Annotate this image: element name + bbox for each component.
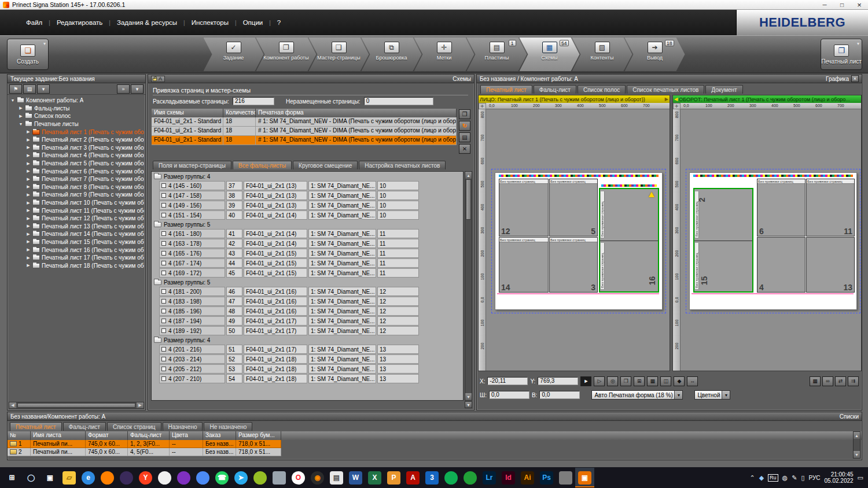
column-header[interactable]: Печатная форма xyxy=(256,109,457,117)
group-header-2[interactable]: Размер группы: 5 xyxy=(152,220,463,229)
scrollbar-handle[interactable] xyxy=(466,179,471,220)
sheet-list-row-2[interactable]: 2Печатный пи...745,0 x 60...4, 5(F0...--… xyxy=(8,448,862,456)
scroll-down-button[interactable] xyxy=(854,451,860,458)
menu-item-6[interactable]: ? xyxy=(271,17,287,28)
menu-item-5[interactable]: Опции xyxy=(237,17,270,28)
expand-arrow-icon[interactable] xyxy=(26,161,31,166)
file-explorer-icon[interactable]: ▱ xyxy=(60,468,79,487)
tree-item-print-sheet-1[interactable]: Печатный лист 1 (Печать с чужим оборотом… xyxy=(9,128,144,136)
expand-arrow-icon[interactable] xyxy=(19,122,23,126)
workflow-step-4[interactable]: ⧉Брошюровка xyxy=(362,38,422,71)
foldsheet-row[interactable]: 4 (167 - 174)44F04-01_ui_2x1 (15)1: SM 7… xyxy=(159,258,462,268)
next-sheet-button[interactable] xyxy=(848,376,859,386)
maximize-button[interactable] xyxy=(833,0,851,9)
app-gray-icon[interactable] xyxy=(270,468,289,487)
y-coordinate-field[interactable]: 769,3 xyxy=(538,377,578,385)
expand-arrow-icon[interactable] xyxy=(26,138,31,142)
graphics-tab-5[interactable]: Документ xyxy=(705,85,742,94)
foldsheet-row[interactable]: 4 (147 - 158)38F04-01_ui_2x1 (13)1: SM 7… xyxy=(159,191,462,200)
tree-item-work-component[interactable]: Компонент работы: А xyxy=(9,97,144,105)
checkbox[interactable] xyxy=(161,183,166,188)
ruler-origin-button[interactable] xyxy=(673,103,681,109)
expand-arrow-icon[interactable] xyxy=(26,232,31,236)
height-field[interactable]: 0,0 xyxy=(539,391,580,399)
print-button[interactable] xyxy=(23,84,36,94)
create-button[interactable]: Создать xyxy=(7,39,49,70)
indesign-icon[interactable]: Id xyxy=(499,468,518,487)
tray-app-icon[interactable] xyxy=(782,474,788,482)
close-button[interactable] xyxy=(851,0,868,9)
checkbox[interactable] xyxy=(161,213,166,217)
app-blue-icon[interactable]: 3 xyxy=(422,468,442,487)
close-panel-button[interactable] xyxy=(851,75,859,82)
vertical-scrollbar[interactable] xyxy=(853,431,860,459)
ruler-origin-button[interactable] xyxy=(479,103,486,109)
foldsheet-row[interactable]: 4 (149 - 156)39F04-01_ui_2x1 (13)1: SM 7… xyxy=(159,201,462,210)
whatsapp-icon[interactable]: ☎ xyxy=(212,468,231,487)
checkbox[interactable] xyxy=(161,203,166,208)
dropdown-arrow-icon[interactable] xyxy=(722,391,730,399)
menu-item-2[interactable]: Редактировать xyxy=(50,17,109,28)
page-slot[interactable]: Без привязки страниц 12 xyxy=(499,179,549,236)
back-sheet-header[interactable]: ОБОРОТ: Печатный лист 1 (Печать с чужим … xyxy=(673,95,861,103)
fast-forward-button[interactable] xyxy=(117,84,130,94)
front-sheet-header[interactable]: ЛИЦО: Печатный лист 1 (Печать с чужим об… xyxy=(479,95,670,103)
graphics-tab-1[interactable]: Печатный лист xyxy=(480,85,532,94)
app-green-icon[interactable] xyxy=(461,468,480,487)
foldsheet-row[interactable]: 4 (203 - 214)52F04-01_ui_2x1 (18)1: SM 7… xyxy=(159,354,462,364)
scheme-row-1[interactable]: F04-01_ui_2x1 - Standard18# 1: SM 74_Dia… xyxy=(152,117,457,127)
page-slot[interactable]: Без привязки страниц 14 xyxy=(499,237,549,293)
menu-item-4[interactable]: Инспекторы xyxy=(185,17,235,28)
tree-item-foldsheets[interactable]: Фальц-листы xyxy=(9,105,144,113)
whatsapp-desktop-icon[interactable] xyxy=(155,468,174,487)
lists-tab-4[interactable]: Назначено xyxy=(163,422,203,431)
foldsheet-row[interactable]: 4 (165 - 176)43F04-01_ui_2x1 (15)1: SM 7… xyxy=(159,249,462,258)
scheme-tab-2[interactable]: Все фальц-листы xyxy=(233,161,292,169)
scheme-row-3[interactable]: F04-01_ui_2x1 - Standard18# 1: SM 74_Dia… xyxy=(152,136,457,145)
expand-arrow-icon[interactable] xyxy=(26,216,31,221)
workflow-step-3[interactable]: ❑Мастер-страницы xyxy=(309,38,369,71)
foldsheet-row[interactable]: 4 (187 - 194)49F04-01_ui_2x1 (17)1: SM 7… xyxy=(159,316,462,326)
unplaced-pages-field[interactable]: 0 xyxy=(364,97,433,105)
column-header[interactable]: Имя листа xyxy=(31,431,86,440)
sheet-list-row-1[interactable]: 1Печатный пи...745,0 x 60...1, 2, 3(F0..… xyxy=(8,440,862,448)
foldsheet-row[interactable]: 4 (169 - 172)45F04-01_ui_2x1 (15)1: SM 7… xyxy=(159,268,462,278)
opera-icon[interactable]: O xyxy=(289,468,308,487)
vertical-scrollbar[interactable] xyxy=(465,171,472,401)
expand-arrow-icon[interactable] xyxy=(26,193,31,197)
front-sheet[interactable]: Без привязки страниц 12 Без привязки стр… xyxy=(495,172,663,310)
scroll-down-button[interactable] xyxy=(465,393,472,400)
cut-tool-button[interactable] xyxy=(660,376,671,386)
eyedropper-tool-button[interactable] xyxy=(674,376,685,386)
tree-item-print-sheet-6[interactable]: Печатный лист 6 (Печать с чужим оборотом… xyxy=(9,167,144,175)
app-gray2-icon[interactable] xyxy=(556,468,575,487)
menu-item-3[interactable]: Задания & ресурсы xyxy=(111,17,183,28)
rotated-page-group[interactable]: Без привязки страниц Без привязки страни… xyxy=(693,188,753,293)
workflow-step-7[interactable]: ▦54Схемы xyxy=(520,38,580,71)
table-tool-button[interactable] xyxy=(647,376,658,386)
dropdown-caret-icon[interactable] xyxy=(43,41,46,46)
foldsheet-row[interactable]: 4 (151 - 154)40F04-01_ui_2x1 (14)1: SM 7… xyxy=(159,210,462,220)
page-tool-button[interactable] xyxy=(620,376,631,386)
start-icon[interactable]: ⊞ xyxy=(2,468,21,487)
tree-item-print-sheet-10[interactable]: Печатный лист 10 (Печать с чужим оборот xyxy=(9,199,144,207)
tree-item-print-sheet-3[interactable]: Печатный лист 3 (Печать с чужим оборотом… xyxy=(9,144,144,152)
width-field[interactable]: 0,0 xyxy=(489,391,529,399)
next-arrow-icon[interactable] xyxy=(665,97,668,102)
page-slot[interactable]: 4 xyxy=(757,237,806,293)
menu-item-1[interactable]: Файл xyxy=(20,17,49,28)
expand-arrow-icon[interactable] xyxy=(26,169,31,173)
foldsheet-row[interactable]: 4 (181 - 200)46F04-01_ui_2x1 (16)1: SM 7… xyxy=(159,287,462,296)
keyboard-language[interactable]: РУС xyxy=(809,475,821,481)
back-sheet[interactable]: Без привязки страниц Без привязки страни… xyxy=(689,172,857,310)
workflow-step-8[interactable]: ▧Контенты xyxy=(572,38,632,71)
expand-arrow-icon[interactable] xyxy=(26,184,31,189)
grid-tool-button[interactable] xyxy=(634,376,645,386)
expand-panel-button[interactable] xyxy=(465,401,472,408)
scroll-right-button[interactable] xyxy=(137,402,144,408)
measure-tool-button[interactable] xyxy=(687,376,698,386)
scheme-row-2[interactable]: F04-01_ui_2x1 - Standard18# 1: SM 74_Dia… xyxy=(152,127,457,136)
tree-item-print-sheet-18[interactable]: Печатный лист 18 (Печать с чужим оборот xyxy=(9,261,144,269)
tor-browser-icon[interactable] xyxy=(117,468,136,487)
foldsheet-row[interactable]: 4 (145 - 160)37F04-01_ui_2x1 (13)1: SM 7… xyxy=(159,181,462,190)
